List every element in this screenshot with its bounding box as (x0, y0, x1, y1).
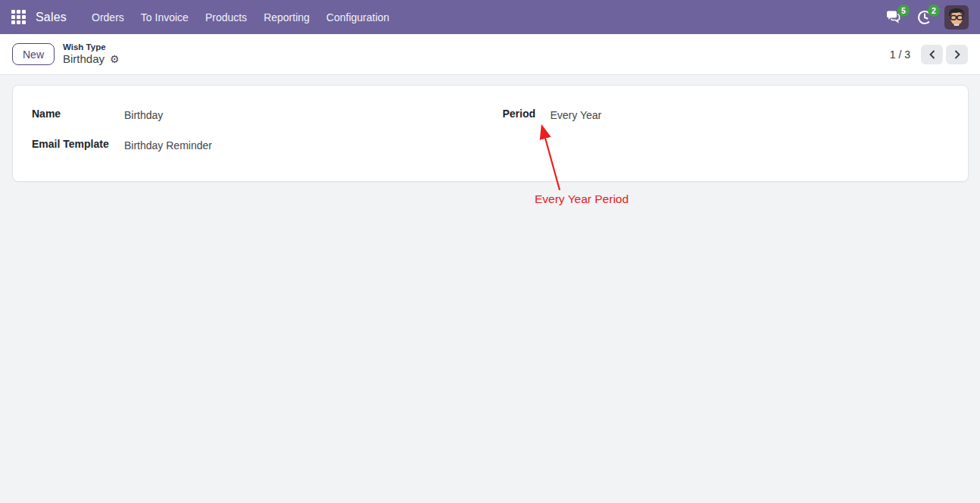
breadcrumb: Wish Type Birthday ⚙ (63, 42, 120, 67)
field-period-value[interactable]: Every Year (551, 108, 602, 121)
breadcrumb-parent-wish-type[interactable]: Wish Type (63, 42, 120, 53)
field-email-template-value[interactable]: Birthday Reminder (124, 138, 212, 152)
control-panel: New Wish Type Birthday ⚙ 1 / 3 (0, 34, 980, 75)
field-name-value[interactable]: Birthday (124, 108, 163, 121)
apps-grid-icon[interactable] (11, 10, 26, 24)
menu-orders[interactable]: Orders (83, 7, 133, 28)
pager-previous-button[interactable] (921, 45, 943, 64)
field-name: Name Birthday (32, 108, 491, 121)
activities-badge: 2 (928, 5, 940, 17)
top-navbar: Sales Orders To Invoice Products Reporti… (0, 0, 980, 34)
app-name[interactable]: Sales (36, 11, 67, 24)
navbar-right: 5 2 (884, 5, 969, 30)
record-form-card: Name Birthday Email Template Birthday Re… (12, 85, 969, 182)
gear-icon[interactable]: ⚙ (110, 54, 120, 64)
navbar-left: Sales Orders To Invoice Products Reporti… (11, 7, 398, 28)
form-left-column: Name Birthday Email Template Birthday Re… (32, 108, 491, 168)
menu-products[interactable]: Products (197, 7, 255, 28)
chevron-right-icon (953, 50, 961, 59)
chevron-left-icon (929, 50, 936, 59)
user-avatar[interactable] (944, 5, 969, 30)
new-button[interactable]: New (12, 43, 55, 65)
menu-configuration[interactable]: Configuration (318, 7, 398, 28)
pager-counter: 1 / 3 (890, 48, 910, 61)
pager-next-button[interactable] (946, 45, 968, 64)
menu-reporting[interactable]: Reporting (255, 7, 318, 28)
field-name-label: Name (32, 108, 124, 121)
messages-button[interactable]: 5 (884, 8, 905, 27)
pager: 1 / 3 (890, 45, 968, 64)
content-area: Name Birthday Email Template Birthday Re… (0, 75, 980, 503)
menu-to-invoice[interactable]: To Invoice (133, 7, 197, 28)
field-period: Period Every Year (503, 108, 950, 121)
messages-badge: 5 (897, 5, 910, 17)
field-email-template-label: Email Template (32, 138, 124, 152)
form-sheet: Name Birthday Email Template Birthday Re… (13, 86, 968, 168)
form-right-column: Period Every Year (491, 108, 950, 168)
breadcrumb-current-record: Birthday (63, 52, 105, 66)
activities-button[interactable]: 2 (914, 8, 935, 27)
field-email-template: Email Template Birthday Reminder (32, 138, 491, 152)
field-period-label: Period (503, 108, 551, 121)
annotation-label: Every Year Period (535, 192, 629, 206)
